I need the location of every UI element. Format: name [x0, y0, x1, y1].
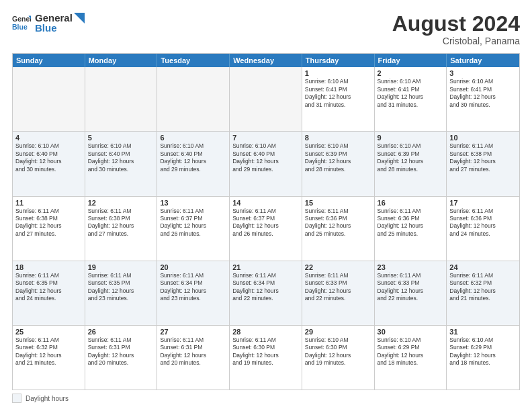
calendar-cell-2-3: 14Sunrise: 6:11 AM Sunset: 6:37 PM Dayli…: [230, 197, 302, 261]
calendar-cell-3-0: 18Sunrise: 6:11 AM Sunset: 6:35 PM Dayli…: [13, 261, 85, 325]
day-info: Sunrise: 6:10 AM Sunset: 6:40 PM Dayligh…: [88, 142, 154, 173]
day-info: Sunrise: 6:11 AM Sunset: 6:32 PM Dayligh…: [15, 336, 82, 367]
day-number: 18: [15, 263, 82, 271]
calendar-cell-2-4: 15Sunrise: 6:11 AM Sunset: 6:36 PM Dayli…: [302, 197, 375, 261]
day-info: Sunrise: 6:10 AM Sunset: 6:30 PM Dayligh…: [305, 336, 371, 367]
calendar-cell-2-5: 16Sunrise: 6:11 AM Sunset: 6:36 PM Dayli…: [375, 197, 447, 261]
day-info: Sunrise: 6:11 AM Sunset: 6:36 PM Dayligh…: [305, 208, 371, 238]
calendar-cell-1-2: 6Sunrise: 6:10 AM Sunset: 6:40 PM Daylig…: [157, 132, 230, 195]
day-info: Sunrise: 6:11 AM Sunset: 6:37 PM Dayligh…: [232, 208, 299, 238]
day-number: 30: [378, 328, 444, 336]
logo-blue: Blue: [35, 22, 85, 34]
day-info: Sunrise: 6:11 AM Sunset: 6:31 PM Dayligh…: [160, 336, 226, 367]
day-number: 19: [88, 263, 154, 271]
day-number: 16: [378, 199, 444, 207]
day-info: Sunrise: 6:11 AM Sunset: 6:31 PM Dayligh…: [88, 336, 154, 367]
legend-box: [12, 394, 21, 403]
calendar-cell-4-4: 29Sunrise: 6:10 AM Sunset: 6:30 PM Dayli…: [302, 326, 375, 390]
day-number: 5: [88, 134, 154, 142]
calendar-row-3: 18Sunrise: 6:11 AM Sunset: 6:35 PM Dayli…: [13, 261, 519, 325]
legend: Daylight hours: [12, 394, 520, 403]
calendar-cell-2-2: 13Sunrise: 6:11 AM Sunset: 6:37 PM Dayli…: [157, 197, 230, 261]
day-info: Sunrise: 6:11 AM Sunset: 6:32 PM Dayligh…: [449, 272, 517, 303]
day-info: Sunrise: 6:11 AM Sunset: 6:36 PM Dayligh…: [378, 208, 444, 238]
header-tuesday: Tuesday: [157, 54, 230, 67]
day-info: Sunrise: 6:11 AM Sunset: 6:35 PM Dayligh…: [15, 272, 82, 303]
day-number: 4: [15, 134, 82, 142]
calendar-cell-0-3: [230, 67, 302, 131]
calendar-cell-4-5: 30Sunrise: 6:10 AM Sunset: 6:29 PM Dayli…: [375, 326, 447, 390]
title-block: August 2024 Cristobal, Panama: [392, 12, 520, 46]
day-number: 12: [88, 199, 154, 207]
day-info: Sunrise: 6:11 AM Sunset: 6:34 PM Dayligh…: [232, 272, 299, 303]
day-number: 2: [378, 69, 444, 77]
calendar-cell-4-3: 28Sunrise: 6:11 AM Sunset: 6:30 PM Dayli…: [230, 326, 302, 390]
calendar-cell-3-5: 23Sunrise: 6:11 AM Sunset: 6:33 PM Dayli…: [375, 261, 447, 325]
header-thursday: Thursday: [302, 54, 375, 67]
svg-text:Blue: Blue: [12, 23, 28, 31]
calendar-cell-4-2: 27Sunrise: 6:11 AM Sunset: 6:31 PM Dayli…: [157, 326, 230, 390]
day-number: 9: [378, 134, 444, 142]
calendar-cell-4-6: 31Sunrise: 6:10 AM Sunset: 6:29 PM Dayli…: [447, 326, 519, 390]
day-info: Sunrise: 6:11 AM Sunset: 6:34 PM Dayligh…: [160, 272, 226, 303]
day-number: 10: [449, 134, 517, 142]
page-subtitle: Cristobal, Panama: [392, 36, 520, 46]
calendar-cell-2-0: 11Sunrise: 6:11 AM Sunset: 6:38 PM Dayli…: [13, 197, 85, 261]
svg-marker-3: [74, 13, 85, 24]
calendar-cell-0-5: 2Sunrise: 6:10 AM Sunset: 6:41 PM Daylig…: [375, 67, 447, 131]
day-info: Sunrise: 6:11 AM Sunset: 6:36 PM Dayligh…: [449, 208, 517, 238]
day-info: Sunrise: 6:11 AM Sunset: 6:38 PM Dayligh…: [88, 208, 154, 238]
day-info: Sunrise: 6:11 AM Sunset: 6:30 PM Dayligh…: [232, 336, 299, 367]
header-friday: Friday: [375, 54, 447, 67]
day-info: Sunrise: 6:11 AM Sunset: 6:38 PM Dayligh…: [15, 208, 82, 238]
day-number: 3: [449, 69, 517, 77]
day-number: 31: [449, 328, 517, 336]
calendar-cell-4-1: 26Sunrise: 6:11 AM Sunset: 6:31 PM Dayli…: [85, 326, 158, 390]
calendar-cell-0-6: 3Sunrise: 6:10 AM Sunset: 6:41 PM Daylig…: [447, 67, 519, 131]
page-title: August 2024: [392, 12, 520, 36]
calendar-cell-0-1: [85, 67, 158, 131]
day-number: 13: [160, 199, 226, 207]
day-number: 21: [232, 263, 299, 271]
calendar-cell-2-1: 12Sunrise: 6:11 AM Sunset: 6:38 PM Dayli…: [85, 197, 158, 261]
day-number: 22: [305, 263, 371, 271]
calendar-cell-4-0: 25Sunrise: 6:11 AM Sunset: 6:32 PM Dayli…: [13, 326, 85, 390]
calendar: SundayMondayTuesdayWednesdayThursdayFrid…: [12, 53, 520, 390]
day-info: Sunrise: 6:10 AM Sunset: 6:39 PM Dayligh…: [378, 142, 444, 173]
day-info: Sunrise: 6:10 AM Sunset: 6:39 PM Dayligh…: [305, 142, 371, 173]
logo-triangle-icon: [74, 13, 85, 24]
day-number: 7: [232, 134, 299, 142]
calendar-cell-3-1: 19Sunrise: 6:11 AM Sunset: 6:35 PM Dayli…: [85, 261, 158, 325]
calendar-cell-0-0: [13, 67, 85, 131]
day-info: Sunrise: 6:11 AM Sunset: 6:33 PM Dayligh…: [378, 272, 444, 303]
calendar-cell-3-3: 21Sunrise: 6:11 AM Sunset: 6:34 PM Dayli…: [230, 261, 302, 325]
day-number: 14: [232, 199, 299, 207]
day-info: Sunrise: 6:11 AM Sunset: 6:38 PM Dayligh…: [449, 142, 517, 173]
day-number: 15: [305, 199, 371, 207]
calendar-cell-3-4: 22Sunrise: 6:11 AM Sunset: 6:33 PM Dayli…: [302, 261, 375, 325]
calendar-row-2: 11Sunrise: 6:11 AM Sunset: 6:38 PM Dayli…: [13, 196, 519, 261]
day-info: Sunrise: 6:10 AM Sunset: 6:41 PM Dayligh…: [378, 78, 444, 109]
day-number: 29: [305, 328, 371, 336]
header-monday: Monday: [85, 54, 158, 67]
calendar-cell-1-1: 5Sunrise: 6:10 AM Sunset: 6:40 PM Daylig…: [85, 132, 158, 195]
calendar-cell-2-6: 17Sunrise: 6:11 AM Sunset: 6:36 PM Dayli…: [447, 197, 519, 261]
day-number: 6: [160, 134, 226, 142]
day-number: 20: [160, 263, 226, 271]
calendar-cell-1-4: 8Sunrise: 6:10 AM Sunset: 6:39 PM Daylig…: [302, 132, 375, 195]
day-number: 28: [232, 328, 299, 336]
day-info: Sunrise: 6:10 AM Sunset: 6:29 PM Dayligh…: [449, 336, 517, 367]
calendar-row-1: 4Sunrise: 6:10 AM Sunset: 6:40 PM Daylig…: [13, 131, 519, 195]
header-wednesday: Wednesday: [230, 54, 302, 67]
calendar-row-4: 25Sunrise: 6:11 AM Sunset: 6:32 PM Dayli…: [13, 325, 519, 390]
logo-icon: General Blue: [12, 13, 31, 32]
day-number: 1: [305, 69, 371, 77]
day-info: Sunrise: 6:11 AM Sunset: 6:33 PM Dayligh…: [305, 272, 371, 303]
day-number: 23: [378, 263, 444, 271]
calendar-row-0: 1Sunrise: 6:10 AM Sunset: 6:41 PM Daylig…: [13, 67, 519, 131]
header-sunday: Sunday: [13, 54, 85, 67]
day-info: Sunrise: 6:10 AM Sunset: 6:41 PM Dayligh…: [305, 78, 371, 109]
calendar-body: 1Sunrise: 6:10 AM Sunset: 6:41 PM Daylig…: [13, 67, 519, 390]
calendar-cell-0-4: 1Sunrise: 6:10 AM Sunset: 6:41 PM Daylig…: [302, 67, 375, 131]
calendar-cell-0-2: [157, 67, 230, 131]
